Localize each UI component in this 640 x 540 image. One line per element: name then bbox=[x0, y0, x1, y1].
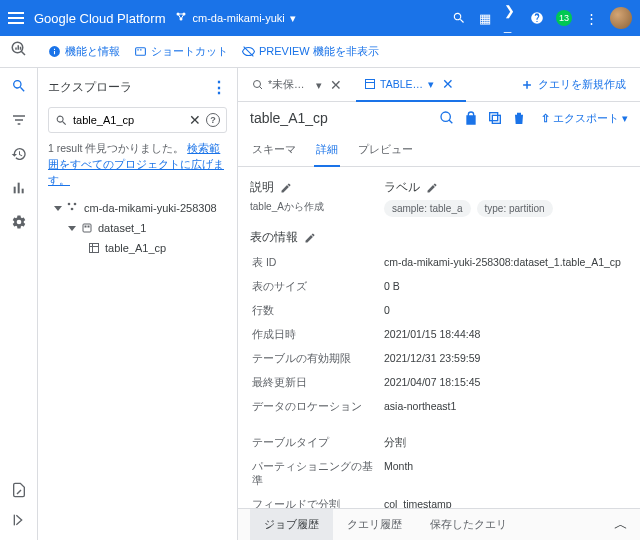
info-heading: 表の情報 bbox=[250, 229, 298, 246]
edit-icon[interactable] bbox=[426, 182, 438, 194]
table-row: 表のサイズ0 B bbox=[252, 276, 626, 298]
preview-link[interactable]: PREVIEW 機能を非表示 bbox=[242, 44, 379, 59]
subtab-preview[interactable]: プレビュー bbox=[356, 134, 415, 166]
feature-bar: 機能と情報 ショートカット PREVIEW 機能を非表示 bbox=[0, 36, 640, 68]
menu-icon[interactable] bbox=[8, 17, 24, 19]
table-title: table_A1_cp bbox=[250, 110, 328, 126]
shortcut-link[interactable]: ショートカット bbox=[134, 44, 228, 59]
footer-tab-query[interactable]: クエリ履歴 bbox=[333, 509, 416, 541]
copy-icon[interactable] bbox=[487, 110, 503, 126]
chevron-down-icon: ▾ bbox=[428, 78, 434, 90]
help-icon[interactable] bbox=[530, 11, 544, 25]
tab-table[interactable]: TABLE_A...▾✕ bbox=[356, 68, 466, 102]
table-row: 作成日時2021/01/15 18:44:48 bbox=[252, 324, 626, 346]
tree-table[interactable]: table_A1_cp bbox=[48, 238, 227, 258]
history-rail-icon[interactable] bbox=[11, 146, 27, 162]
clear-icon[interactable]: ✕ bbox=[189, 112, 201, 128]
filter-rail-icon[interactable] bbox=[11, 112, 27, 128]
svg-rect-15 bbox=[83, 224, 91, 232]
description-value: table_Aから作成 bbox=[250, 200, 324, 214]
label-chip: sample: table_a bbox=[384, 200, 471, 217]
table-row: 最終更新日2021/04/07 18:15:45 bbox=[252, 372, 626, 394]
svg-rect-8 bbox=[13, 187, 15, 194]
search-result-text: 1 result 件見つかりました。 検索範囲をすべてのプロジェクトに広げます。 bbox=[48, 141, 227, 188]
table-row: 表 IDcm-da-mikami-yuki-258308:dataset_1.t… bbox=[252, 252, 626, 274]
close-icon[interactable]: ✕ bbox=[326, 77, 346, 93]
avatar[interactable] bbox=[610, 7, 632, 29]
svg-rect-10 bbox=[21, 189, 23, 194]
search-rail-icon[interactable] bbox=[11, 78, 27, 94]
chevron-down-icon: ▾ bbox=[316, 79, 322, 91]
tab-unsaved[interactable]: *未保存の...▾✕ bbox=[244, 68, 354, 102]
label-heading: ラベル bbox=[384, 179, 420, 196]
edit-icon[interactable] bbox=[280, 182, 292, 194]
info-link[interactable]: 機能と情報 bbox=[48, 44, 120, 59]
svg-rect-17 bbox=[88, 226, 90, 228]
notifications-badge[interactable]: 13 bbox=[556, 10, 572, 26]
gear-rail-icon[interactable] bbox=[11, 214, 27, 230]
explorer-panel: エクスプローラ ⋮ ✕ ? 1 result 件見つかりました。 検索範囲をすべ… bbox=[38, 68, 238, 540]
gcp-logo[interactable]: Google Cloud Platform bbox=[34, 11, 166, 26]
header: Google Cloud Platform cm-da-mikami-yuki … bbox=[0, 0, 640, 36]
svg-rect-18 bbox=[90, 244, 99, 253]
svg-rect-25 bbox=[492, 115, 500, 123]
svg-point-12 bbox=[68, 203, 71, 206]
tree-dataset[interactable]: dataset_1 bbox=[48, 218, 227, 238]
detail-subtabs: スキーマ 詳細 プレビュー bbox=[238, 134, 640, 167]
query-icon[interactable] bbox=[439, 110, 455, 126]
svg-point-21 bbox=[254, 80, 261, 87]
console-icon[interactable]: ❯_ bbox=[504, 11, 518, 25]
more-icon[interactable]: ⋮ bbox=[584, 11, 598, 25]
expand-rail-icon[interactable] bbox=[11, 512, 27, 528]
left-rail bbox=[0, 68, 38, 540]
new-query-button[interactable]: ＋クエリを新規作成 bbox=[512, 76, 634, 94]
delete-icon[interactable] bbox=[511, 110, 527, 126]
explorer-more-icon[interactable]: ⋮ bbox=[211, 78, 227, 97]
svg-rect-5 bbox=[137, 49, 139, 50]
search-icon bbox=[55, 114, 68, 127]
table-row: パーティショニングの基準Month bbox=[252, 456, 626, 492]
subtab-schema[interactable]: スキーマ bbox=[250, 134, 298, 166]
resource-tree: cm-da-mikami-yuki-258308 dataset_1 table… bbox=[48, 198, 227, 258]
detail-panel: *未保存の...▾✕ TABLE_A...▾✕ ＋クエリを新規作成 table_… bbox=[238, 68, 640, 540]
svg-rect-16 bbox=[85, 226, 87, 228]
svg-point-24 bbox=[441, 112, 450, 121]
chevron-down-icon: ▾ bbox=[290, 12, 296, 25]
stats-rail-icon[interactable] bbox=[11, 180, 27, 196]
share-icon[interactable] bbox=[463, 110, 479, 126]
table-row: テーブルの有効期限2021/12/31 23:59:59 bbox=[252, 348, 626, 370]
help-icon[interactable]: ? bbox=[206, 113, 220, 127]
explorer-title: エクスプローラ bbox=[48, 79, 132, 96]
detail-body: 説明 table_Aから作成 ラベル sample: table_a type:… bbox=[238, 167, 640, 508]
search-box[interactable]: ✕ ? bbox=[48, 107, 227, 133]
bigquery-icon bbox=[10, 40, 28, 58]
table-row: データのロケーションasia-northeast1 bbox=[252, 396, 626, 418]
footer-tab-saved[interactable]: 保存したクエリ bbox=[416, 509, 521, 541]
svg-rect-26 bbox=[490, 113, 498, 121]
svg-rect-6 bbox=[140, 49, 142, 50]
footer-tabs: ジョブ履歴 クエリ履歴 保存したクエリ ︿ bbox=[238, 508, 640, 540]
editor-tabs: *未保存の...▾✕ TABLE_A...▾✕ ＋クエリを新規作成 bbox=[238, 68, 640, 102]
svg-rect-11 bbox=[13, 515, 14, 526]
subtab-detail[interactable]: 詳細 bbox=[314, 134, 340, 167]
svg-point-13 bbox=[74, 203, 77, 206]
info-table: 表 IDcm-da-mikami-yuki-258308:dataset_1.t… bbox=[250, 250, 628, 508]
table-title-row: table_A1_cp ⇧エクスポート▾ bbox=[238, 102, 640, 134]
gift-icon[interactable]: ▦ bbox=[478, 11, 492, 25]
svg-rect-4 bbox=[136, 48, 146, 56]
search-icon[interactable] bbox=[452, 11, 466, 25]
close-icon[interactable]: ✕ bbox=[438, 76, 458, 92]
table-row: テーブルタイプ分割 bbox=[252, 432, 626, 454]
collapse-icon[interactable]: ︿ bbox=[614, 516, 628, 534]
svg-rect-9 bbox=[17, 183, 19, 194]
footer-tab-job[interactable]: ジョブ履歴 bbox=[250, 509, 333, 541]
label-chip: type: partition bbox=[477, 200, 553, 217]
description-heading: 説明 bbox=[250, 179, 274, 196]
doc-rail-icon[interactable] bbox=[11, 482, 27, 498]
table-row: 行数0 bbox=[252, 300, 626, 322]
export-button[interactable]: ⇧エクスポート▾ bbox=[541, 111, 628, 126]
project-selector[interactable]: cm-da-mikami-yuki ▾ bbox=[176, 12, 296, 25]
search-input[interactable] bbox=[73, 114, 184, 126]
edit-icon[interactable] bbox=[304, 232, 316, 244]
tree-project[interactable]: cm-da-mikami-yuki-258308 bbox=[48, 198, 227, 218]
